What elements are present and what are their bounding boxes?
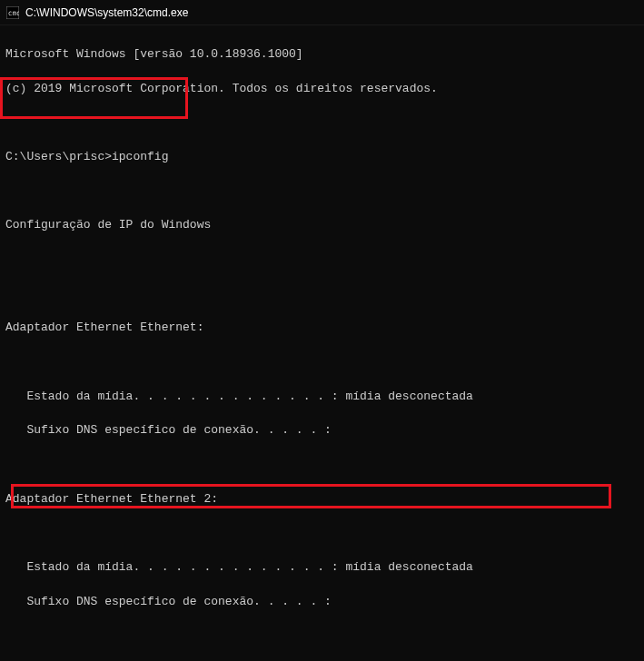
cmd-icon: cmd	[5, 5, 20, 20]
output-line	[5, 183, 639, 201]
output-line: Microsoft Windows [versão 10.0.18936.100…	[5, 46, 639, 64]
output-line	[5, 114, 639, 132]
output-line: Estado da mídia. . . . . . . . . . . . .…	[5, 389, 639, 406]
output-line: (c) 2019 Microsoft Corporation. Todos os…	[5, 81, 639, 98]
prompt-line: C:\Users\prisc>ipconfig	[5, 149, 639, 166]
window-titlebar: cmd C:\WINDOWS\system32\cmd.exe	[0, 0, 644, 25]
output-line: Sufixo DNS específico de conexão. . . . …	[5, 422, 639, 439]
output-line	[5, 457, 639, 474]
adapter-header: Adaptador Ethernet Ethernet 2:	[5, 491, 639, 508]
svg-text:cmd: cmd	[8, 8, 19, 16]
adapter-header: Adaptador Ethernet Ethernet:	[5, 320, 639, 337]
output-line: Estado da mídia. . . . . . . . . . . . .…	[5, 559, 639, 577]
output-line	[5, 252, 639, 269]
output-line	[5, 286, 639, 303]
output-line: Sufixo DNS específico de conexão. . . . …	[5, 594, 639, 611]
output-line	[5, 628, 639, 646]
output-line: Configuração de IP do Windows	[5, 217, 639, 234]
output-line	[5, 525, 639, 542]
window-title: C:\WINDOWS\system32\cmd.exe	[25, 6, 188, 19]
terminal-output[interactable]: Microsoft Windows [versão 10.0.18936.100…	[0, 25, 644, 661]
output-line	[5, 354, 639, 371]
